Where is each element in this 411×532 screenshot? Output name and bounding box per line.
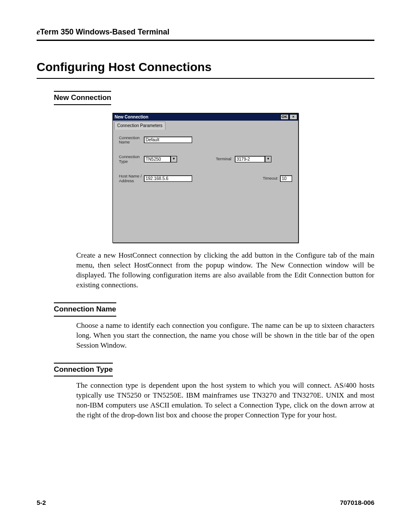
document-page: eTerm 350 Windows-Based Terminal Configu… <box>0 0 411 532</box>
label-timeout: Timeout <box>258 176 280 181</box>
dialog-screenshot: New Connection OK × Connection Parameter… <box>37 113 374 243</box>
row-connection-type: Connection Type TN5250 ▼ Terminal 3179-2… <box>119 155 292 164</box>
section-new-connection: New Connection New Connection OK × Conne… <box>37 91 374 290</box>
value-terminal: 3179-2 <box>235 156 265 162</box>
paragraph-connection-type: The connection type is dependent upon th… <box>76 381 374 420</box>
label-connection-name: Connection Name <box>119 136 144 145</box>
label-terminal: Terminal <box>216 156 235 162</box>
section-connection-name: Connection Name Choose a name to identif… <box>37 302 374 351</box>
dropdown-connection-type[interactable]: TN5250 ▼ <box>144 156 177 162</box>
tab-row: Connection Parameters <box>114 121 298 130</box>
row-connection-name: Connection Name Default <box>119 136 292 145</box>
input-connection-name[interactable]: Default <box>144 137 192 143</box>
tab-connection-parameters[interactable]: Connection Parameters <box>114 121 165 130</box>
ok-button[interactable]: OK <box>280 114 289 120</box>
document-number: 707018-006 <box>340 498 374 507</box>
subheading-connection-name: Connection Name <box>54 302 116 317</box>
header-prefix: e <box>37 28 40 36</box>
new-connection-dialog: New Connection OK × Connection Parameter… <box>112 113 299 243</box>
input-timeout[interactable]: 10 <box>280 175 292 182</box>
paragraph-new-connection: Create a new HostConnect connection by c… <box>76 251 374 290</box>
input-host[interactable]: 192.168.5.6 <box>144 175 192 182</box>
dialog-form: Connection Name Default Connection Type … <box>113 130 298 200</box>
dialog-titlebar: New Connection OK × <box>113 113 298 121</box>
value-connection-type: TN5250 <box>144 156 171 162</box>
titlebar-buttons: OK × <box>280 114 298 120</box>
running-header: eTerm 350 Windows-Based Terminal <box>37 27 374 41</box>
row-host: Host Name / Address 192.168.5.6 Timeout … <box>119 174 292 183</box>
label-connection-type: Connection Type <box>119 155 144 164</box>
dialog-title: New Connection <box>115 114 148 120</box>
subheading-connection-type: Connection Type <box>54 363 113 377</box>
header-title: Term 350 Windows-Based Terminal <box>40 28 169 36</box>
section-connection-type: Connection Type The connection type is d… <box>37 363 374 421</box>
page-title: Configuring Host Connections <box>37 59 374 79</box>
subheading-new-connection: New Connection <box>54 91 111 105</box>
label-host: Host Name / Address <box>119 174 144 183</box>
paragraph-connection-name: Choose a name to identify each connectio… <box>76 321 374 351</box>
close-button[interactable]: × <box>290 114 297 120</box>
page-footer: 5-2 707018-006 <box>37 498 374 507</box>
dropdown-terminal[interactable]: 3179-2 ▼ <box>235 156 271 162</box>
chevron-down-icon[interactable]: ▼ <box>265 156 271 162</box>
chevron-down-icon[interactable]: ▼ <box>171 156 177 162</box>
close-icon: × <box>292 114 294 119</box>
page-number: 5-2 <box>37 498 46 507</box>
